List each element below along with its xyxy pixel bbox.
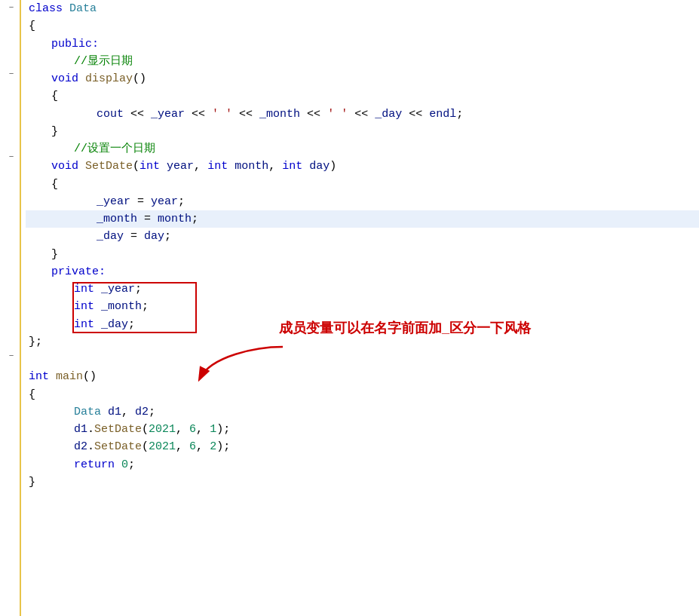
line-day-assign: _day = day; [26,228,699,245]
line-open-brace-main: { [26,386,699,403]
comment-display: //显示日期 [74,53,133,70]
line-close-brace-setdate: } [26,246,699,263]
keyword-private: private: [51,263,106,280]
fold-display[interactable]: − [6,66,17,83]
keyword-class: class [29,0,63,17]
code-content: class Data { public: //显示日期 void display… [21,0,699,616]
line-int-month: int _month; [26,298,699,315]
line-comment-setdate: //设置一个日期 [26,140,699,158]
fold-setdate[interactable]: − [6,149,17,166]
line-return: return 0; [26,456,699,473]
line-setdate-fn: void SetDate(int year, int month, int da… [26,158,699,175]
annotation-arrow [196,341,287,386]
fn-display: display [85,70,133,87]
line-d2-setdate: d2.SetDate(2021, 6, 2); [26,438,699,455]
line-open-brace-setdate: { [26,176,699,193]
line-year-assign: _year = year; [26,193,699,210]
line-close-brace-display: } [26,123,699,140]
class-name: Data [69,0,97,17]
keyword-public: public: [51,35,99,53]
comment-setdate: //设置一个日期 [74,140,155,158]
line-d1-setdate: d1.SetDate(2021, 6, 1); [26,421,699,438]
fold-main[interactable]: − [6,348,17,365]
line-private: private: [26,263,699,280]
line-public: public: [26,35,699,53]
line-month-assign: _month = month; [26,210,699,228]
line-int-year: int _year; [26,280,699,298]
line-cout: cout << _year << ' ' << _month << ' ' <<… [26,106,699,123]
line-main-fn: int main() [26,368,699,385]
line-close-brace-main: } [26,473,699,491]
line-open-brace-class: { [26,17,699,35]
line-display-fn: void display() [26,70,699,87]
annotation-text: 成员变量可以在名字前面加_区分一下风格 [279,318,531,339]
fold-class[interactable]: − [6,0,17,17]
gutter: − − − [0,0,21,616]
fn-setdate: SetDate [85,158,133,175]
code-editor: − − − [0,0,699,616]
line-data-decl: Data d1, d2; [26,403,699,421]
fn-main: main [56,368,83,385]
line-open-brace-display: { [26,87,699,105]
line-comment-display: //显示日期 [26,53,699,70]
line-class-decl: class Data [26,0,699,17]
line-blank-1 [26,351,699,368]
